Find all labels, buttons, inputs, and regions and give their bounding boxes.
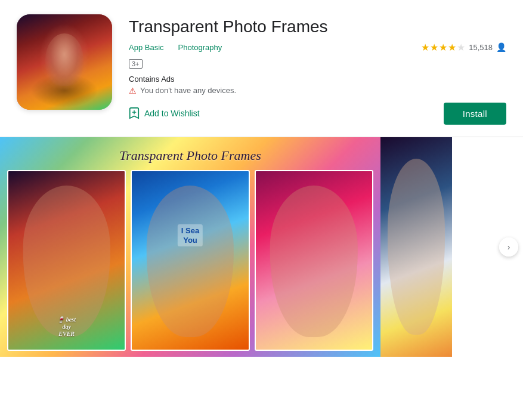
rating-section: ★ ★ ★ ★ ★ 15,518 👤	[421, 42, 506, 53]
partial-screenshot-bg	[380, 137, 452, 357]
star-3: ★	[439, 42, 447, 53]
action-row: Add to Wishlist Install	[129, 103, 506, 125]
age-badge: 3+	[129, 59, 143, 69]
screenshot-title: Transparent Photo Frames	[0, 148, 380, 163]
screenshots-section: Transparent Photo Frames 🍷 bestdayEVER I…	[0, 137, 523, 357]
star-4: ★	[448, 42, 456, 53]
frame-2-text: I SeaYou	[178, 224, 203, 246]
app-title: Transparent Photo Frames	[129, 17, 506, 37]
app-meta-row: App Basic Photography ★ ★ ★ ★ ★ 15,518 👤	[129, 42, 506, 53]
app-icon	[17, 14, 112, 110]
app-developer-link[interactable]: App Basic	[129, 43, 164, 52]
star-1: ★	[421, 42, 429, 53]
app-header: Transparent Photo Frames App Basic Photo…	[0, 0, 523, 137]
star-rating: ★ ★ ★ ★ ★	[421, 42, 465, 53]
frame-1-text: 🍷 bestdayEVER	[8, 316, 125, 338]
screenshot-partial	[380, 137, 452, 357]
chevron-right-icon: ›	[507, 242, 510, 252]
photo-frame-3	[255, 170, 373, 351]
wishlist-label: Add to Wishlist	[144, 109, 200, 118]
warning-row: ⚠ You don't have any devices.	[129, 86, 506, 95]
partial-face	[388, 159, 445, 334]
warning-text: You don't have any devices.	[140, 86, 236, 95]
bookmark-icon	[129, 107, 140, 119]
app-category-link[interactable]: Photography	[178, 43, 222, 52]
star-2: ★	[430, 42, 438, 53]
screenshots-container: Transparent Photo Frames 🍷 bestdayEVER I…	[0, 137, 523, 357]
face-3	[270, 186, 357, 337]
photo-frame-1: 🍷 bestdayEVER	[7, 170, 126, 351]
face-1	[23, 186, 110, 337]
warning-icon: ⚠	[129, 86, 137, 95]
photo-frames-row: 🍷 bestdayEVER I SeaYou	[7, 170, 373, 351]
photo-frame-2: I SeaYou	[131, 170, 249, 351]
contains-ads-label: Contains Ads	[129, 75, 506, 84]
install-button[interactable]: Install	[444, 103, 506, 125]
screenshot-main: Transparent Photo Frames 🍷 bestdayEVER I…	[0, 137, 380, 357]
face-2	[147, 186, 234, 337]
app-info-panel: Transparent Photo Frames App Basic Photo…	[129, 14, 506, 125]
star-5: ★	[457, 42, 465, 53]
next-screenshot-button[interactable]: ›	[499, 237, 518, 257]
wishlist-button[interactable]: Add to Wishlist	[129, 107, 200, 119]
user-icon: 👤	[496, 42, 506, 52]
main-screenshot-bg: Transparent Photo Frames 🍷 bestdayEVER I…	[0, 137, 380, 357]
rating-count: 15,518	[469, 43, 493, 52]
